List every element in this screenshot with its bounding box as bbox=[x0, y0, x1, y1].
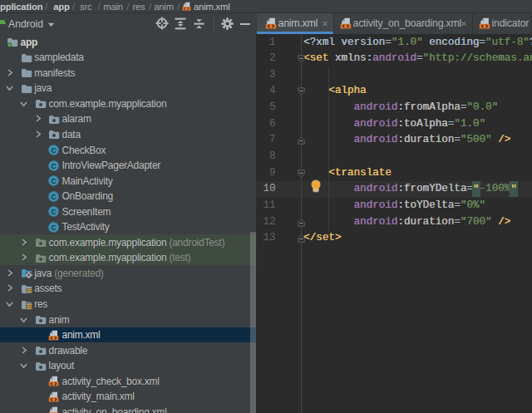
svg-text:C: C bbox=[51, 177, 56, 185]
svg-text:C: C bbox=[51, 223, 56, 231]
svg-text:C: C bbox=[51, 146, 56, 155]
svg-text:C: C bbox=[51, 161, 56, 170]
svg-text:C: C bbox=[51, 192, 56, 200]
svg-text:C: C bbox=[51, 208, 56, 216]
